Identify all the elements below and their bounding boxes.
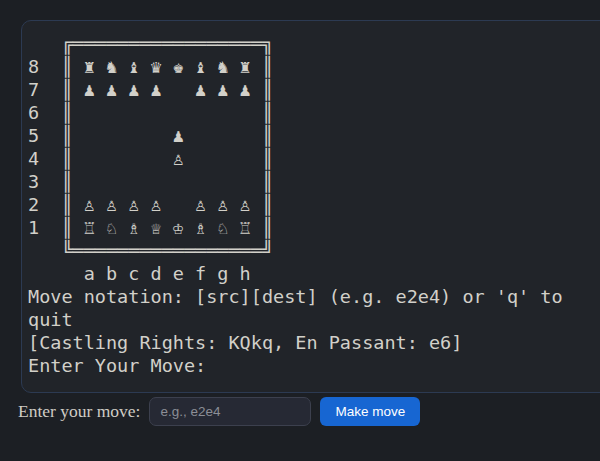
move-input[interactable] xyxy=(149,397,311,426)
game-output-panel: ╔═════════════════╗ 8 ║ ♜ ♞ ♝ ♛ ♚ ♝ ♞ ♜ … xyxy=(21,20,600,393)
chess-terminal-output: ╔═════════════════╗ 8 ║ ♜ ♞ ♝ ♛ ♚ ♝ ♞ ♜ … xyxy=(22,21,600,377)
move-input-row: Enter your move: Make move xyxy=(18,396,420,426)
make-move-button[interactable]: Make move xyxy=(320,397,420,426)
move-input-label: Enter your move: xyxy=(18,401,140,422)
